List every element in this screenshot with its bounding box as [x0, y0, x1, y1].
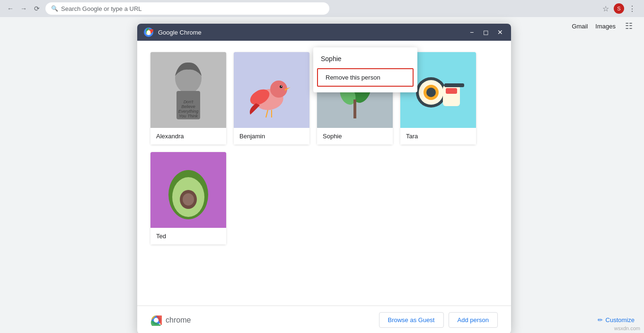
profile-name-tara: Tara: [400, 128, 476, 144]
search-icon: 🔍: [51, 5, 58, 12]
profile-name-ted: Ted: [150, 228, 226, 244]
svg-point-2: [147, 30, 150, 34]
svg-text:Everything: Everything: [178, 109, 199, 114]
footer-logo-text: chrome: [166, 316, 191, 324]
menu-button[interactable]: ⋮: [626, 2, 638, 15]
profile-name-benjamin: Benjamin: [234, 128, 309, 144]
remove-person-button[interactable]: Remove this person: [317, 68, 414, 87]
pencil-icon: ✏: [598, 316, 603, 324]
dialog-footer: chrome Browse as Guest Add person: [137, 306, 511, 333]
profile-grid: Don't Believe Everything You Think Alexa…: [150, 52, 498, 244]
profile-name-alexandra: Alexandra: [150, 128, 226, 144]
close-button[interactable]: ✕: [495, 27, 505, 37]
chrome-logo-icon: [143, 27, 154, 38]
alexandra-img: Don't Believe Everything You Think: [150, 52, 226, 128]
browser-bar: ← → ⟳ 🔍 Search Google or type a URL ☆ S …: [0, 0, 644, 17]
profile-name-sophie: Sophie: [317, 128, 393, 144]
customize-button[interactable]: ✏ Customize: [598, 316, 635, 324]
svg-point-36: [183, 193, 194, 206]
maximize-button[interactable]: ◻: [481, 27, 491, 37]
minimize-button[interactable]: −: [467, 27, 477, 37]
ted-illustration: [150, 152, 226, 228]
context-menu: Sophie Remove this person: [313, 47, 417, 92]
avatar-benjamin: [234, 52, 309, 128]
footer-chrome-logo-icon: [150, 315, 162, 326]
address-bar[interactable]: 🔍 Search Google or type a URL: [45, 2, 329, 15]
svg-text:You Think: You Think: [179, 114, 198, 118]
dialog-overlay: Google Chrome − ◻ ✕: [0, 17, 644, 333]
profile-picker-dialog: Google Chrome − ◻ ✕: [137, 24, 511, 333]
context-menu-title: Sophie: [313, 51, 417, 66]
window-controls: − ◻ ✕: [467, 27, 505, 37]
profile-avatar-small[interactable]: S: [614, 3, 624, 14]
avatar-alexandra: Don't Believe Everything You Think: [150, 52, 226, 128]
svg-point-39: [154, 318, 159, 323]
svg-point-16: [281, 86, 282, 87]
bookmark-button[interactable]: ☆: [600, 2, 612, 15]
reload-button[interactable]: ⟳: [32, 4, 42, 13]
svg-point-28: [426, 88, 436, 97]
forward-button[interactable]: →: [19, 4, 28, 13]
svg-text:Believe: Believe: [181, 104, 195, 109]
svg-rect-30: [446, 88, 457, 94]
add-person-button[interactable]: Add person: [449, 312, 498, 328]
dialog-content: Don't Believe Everything You Think Alexa…: [137, 41, 511, 306]
svg-rect-31: [444, 83, 464, 87]
benjamin-illustration: [234, 52, 309, 128]
address-text: Search Google or type a URL: [61, 5, 142, 12]
alexandra-illustration: Don't Believe Everything You Think: [150, 52, 226, 128]
profile-card-benjamin[interactable]: Benjamin: [234, 52, 309, 144]
svg-point-15: [280, 85, 282, 88]
profile-card-sophie[interactable]: Sophie Remove this person Sop: [317, 52, 393, 144]
profile-card-ted[interactable]: Ted: [150, 152, 226, 244]
svg-rect-37: [187, 170, 190, 177]
watermark: wsxdn.com: [614, 325, 640, 331]
avatar-ted: [150, 152, 226, 228]
profile-card-alexandra[interactable]: Don't Believe Everything You Think Alexa…: [150, 52, 226, 144]
dialog-title: Google Chrome: [158, 29, 467, 36]
dialog-titlebar: Google Chrome − ◻ ✕: [137, 24, 511, 41]
browse-as-guest-button[interactable]: Browse as Guest: [379, 312, 444, 328]
footer-buttons: Browse as Guest Add person: [379, 312, 498, 328]
svg-rect-23: [353, 99, 356, 118]
toolbar-right: ☆ S ⋮: [600, 2, 638, 15]
customize-label: Customize: [606, 316, 635, 324]
footer-logo: chrome: [150, 315, 191, 326]
svg-point-12: [270, 81, 287, 98]
back-button[interactable]: ←: [6, 4, 15, 13]
svg-text:Don't: Don't: [184, 99, 194, 104]
